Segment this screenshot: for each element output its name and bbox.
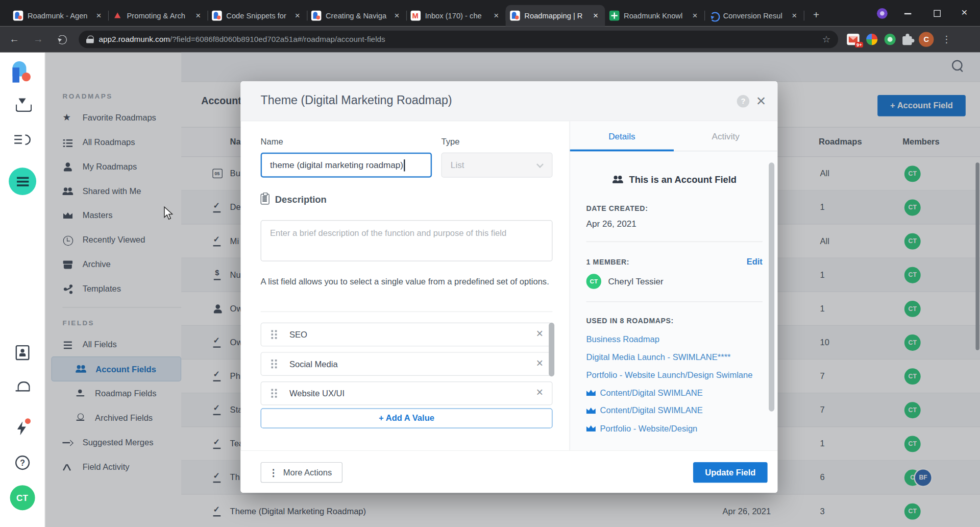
- tab-activity[interactable]: Activity: [674, 122, 777, 151]
- roadmap-link[interactable]: Content/Digital SWIMLANE: [586, 384, 763, 402]
- user-avatar[interactable]: CT: [10, 485, 35, 510]
- tab-close-icon[interactable]: [690, 11, 700, 21]
- update-field-button[interactable]: Update Field: [693, 462, 768, 483]
- tab-close-icon[interactable]: [94, 11, 104, 21]
- value-label: SEO: [289, 330, 307, 339]
- url-path: /?field=6086f8d060b8910ed702a51a#/roadma…: [170, 35, 385, 44]
- address-bar[interactable]: app2.roadmunk.com/?field=6086f8d060b8910…: [79, 31, 838, 48]
- green-extension-icon[interactable]: [885, 34, 896, 45]
- new-tab-button[interactable]: [807, 7, 825, 24]
- roadmap-link[interactable]: Portfolio - Website Launch/Design Swimla…: [586, 367, 763, 385]
- crown-icon: [586, 390, 597, 396]
- divider: [586, 242, 763, 242]
- tab-close-icon[interactable]: [292, 11, 303, 21]
- left-rail: CT: [0, 53, 45, 527]
- reload-button[interactable]: [53, 30, 71, 49]
- text-caret: [404, 159, 405, 171]
- roadmap-link[interactable]: Digital Media Launch - SWIMLANE****: [586, 349, 763, 367]
- browser-menu-icon[interactable]: [942, 34, 951, 45]
- browser-tabs: Roadmunk - Agen Promoting & Arch Code Sn…: [9, 5, 804, 27]
- mail-badge: 9+: [855, 41, 863, 47]
- roadmap-link[interactable]: Business Roadmap: [586, 331, 763, 349]
- tab-title: Conversion Resul: [723, 11, 785, 20]
- add-value-button[interactable]: + Add A Value: [261, 409, 553, 428]
- value-row[interactable]: SEO: [261, 323, 553, 347]
- panel-scrollbar[interactable]: [769, 162, 774, 411]
- used-in-label: USED IN 8 ROADMAPS:: [586, 317, 763, 325]
- modal-close-icon[interactable]: [756, 90, 766, 111]
- browser-tab[interactable]: Conversion Resul: [704, 5, 804, 27]
- type-select-value: List: [451, 160, 464, 170]
- member-avatar: CT: [586, 274, 601, 289]
- value-list-scrollbar[interactable]: [549, 323, 554, 376]
- drag-handle-icon[interactable]: [271, 389, 277, 398]
- browser-tab[interactable]: Roadmunk - Agen: [9, 5, 108, 27]
- titlebar-status-icon[interactable]: [877, 8, 888, 19]
- modal-help-icon[interactable]: ?: [737, 95, 749, 107]
- edit-members-link[interactable]: Edit: [747, 257, 763, 266]
- modal-footer: More Actions Update Field: [240, 450, 777, 493]
- roadmaps-nav-icon[interactable]: [9, 167, 36, 195]
- more-actions-button[interactable]: More Actions: [261, 462, 342, 483]
- minimize-button[interactable]: [894, 0, 922, 26]
- roadmap-link-text: Portfolio - Website/Design: [600, 420, 698, 438]
- tab-details[interactable]: Details: [570, 122, 674, 151]
- extensions-puzzle-icon[interactable]: [902, 36, 912, 44]
- browser-tab[interactable]: Code Snippets for: [208, 5, 307, 27]
- member-name: Cheryl Tessier: [608, 276, 663, 286]
- lock-icon: [86, 36, 94, 43]
- tab-close-icon[interactable]: [491, 11, 501, 21]
- remove-value-icon[interactable]: [536, 356, 543, 370]
- browser-tab[interactable]: Roadmapping | R: [506, 5, 605, 27]
- notifications-bell-icon[interactable]: [15, 381, 29, 395]
- value-row[interactable]: Website UX/UI: [261, 381, 553, 405]
- back-button[interactable]: ←: [5, 30, 24, 49]
- browser-tab[interactable]: Creating & Naviga: [307, 5, 406, 27]
- type-select[interactable]: List: [441, 153, 552, 178]
- tab-favicon: [13, 11, 23, 21]
- tab-favicon: [112, 11, 122, 21]
- roadmap-link-text: Content/Digital SWIMLANE: [600, 384, 703, 402]
- tab-close-icon[interactable]: [790, 11, 800, 21]
- close-window-button[interactable]: [951, 0, 980, 26]
- member-count-label: 1 MEMBER:: [586, 258, 630, 266]
- date-created-value: Apr 26, 2021: [586, 219, 763, 229]
- tab-close-icon[interactable]: [193, 11, 203, 21]
- browser-tab[interactable]: Roadmunk Knowl: [605, 5, 704, 27]
- bookmark-star-icon[interactable]: [822, 34, 830, 45]
- mail-extension-icon[interactable]: 9+: [847, 34, 859, 45]
- browser-profile-avatar[interactable]: C: [919, 32, 934, 46]
- pinwheel-extension-icon[interactable]: [866, 34, 877, 45]
- member-header-row: 1 MEMBER: Edit: [586, 257, 763, 266]
- contacts-icon[interactable]: [15, 345, 29, 360]
- recent-list-icon[interactable]: [14, 133, 31, 147]
- remove-value-icon[interactable]: [536, 327, 543, 341]
- tab-title: Creating & Naviga: [326, 11, 387, 20]
- panel-body: This is an Account Field DATE CREATED: A…: [586, 151, 763, 438]
- roadmap-link[interactable]: Content/Digital SWIMLANE: [586, 402, 763, 420]
- divider: [586, 301, 763, 302]
- roadmap-link-text: Business Roadmap: [586, 331, 659, 349]
- crown-icon: [586, 425, 597, 432]
- roadmap-link[interactable]: Portfolio - Website/Design: [586, 420, 763, 438]
- value-row[interactable]: Social Media: [261, 352, 553, 376]
- tab-close-icon[interactable]: [392, 11, 402, 21]
- forward-button[interactable]: →: [29, 30, 47, 49]
- roadmap-link-text: Portfolio - Website Launch/Design Swimla…: [586, 367, 753, 385]
- maximize-button[interactable]: [922, 0, 951, 26]
- roadmap-links: Business Roadmap Digital Media Launch - …: [586, 331, 763, 438]
- tab-close-icon[interactable]: [591, 11, 601, 21]
- remove-value-icon[interactable]: [536, 386, 543, 400]
- import-icon[interactable]: [15, 98, 30, 112]
- name-input[interactable]: theme (digital marketing roadmap): [261, 153, 432, 178]
- browser-tab[interactable]: Promoting & Arch: [108, 5, 208, 27]
- help-icon[interactable]: [15, 456, 29, 470]
- browser-tab[interactable]: Inbox (170) - che: [406, 5, 506, 27]
- drag-handle-icon[interactable]: [271, 360, 277, 368]
- drag-handle-icon[interactable]: [271, 330, 277, 339]
- tab-title: Roadmunk - Agen: [28, 11, 89, 20]
- roadmunk-logo: [11, 60, 33, 84]
- tab-favicon: [410, 11, 421, 21]
- activity-bolt-icon[interactable]: [15, 420, 29, 435]
- description-textarea[interactable]: Enter a brief description of the functio…: [261, 220, 553, 261]
